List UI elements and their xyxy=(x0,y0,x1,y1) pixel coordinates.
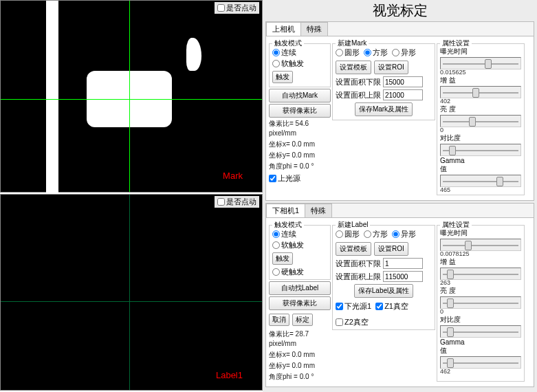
camera-view-bottom[interactable]: 是否点动 Label1 xyxy=(0,194,263,391)
gamma-slider[interactable] xyxy=(440,356,521,369)
pixel-ratio: 像素比= 54.6 pixel/mm xyxy=(269,119,331,138)
tab-bot-special[interactable]: 特殊 xyxy=(305,204,332,217)
area-min-label: 设置面积下限 xyxy=(336,259,381,269)
artifact-bar xyxy=(46,1,58,193)
trigger-button[interactable]: 触发 xyxy=(272,71,293,83)
cam-label-bot: Label1 xyxy=(216,370,243,380)
cam-label-top: Mark xyxy=(223,171,243,181)
bot-light1-check[interactable]: 下光源1 xyxy=(336,301,371,312)
jog-toggle-bot[interactable]: 是否点动 xyxy=(215,196,259,208)
radio-soft-trigger[interactable]: 软触发 xyxy=(272,58,327,69)
angle-phi: 角度phi = 0.0 ° xyxy=(269,162,331,171)
group-trigger-mode: 触发模式 xyxy=(272,39,304,48)
angle-phi: 角度phi = 0.0 ° xyxy=(269,372,331,382)
crosshair-v xyxy=(129,195,130,390)
top-light-check[interactable]: 上光源 xyxy=(269,173,331,184)
z2-vacuum-check[interactable]: Z2真空 xyxy=(336,317,369,327)
gamma-label: Gamma 值 xyxy=(440,338,468,356)
crosshair-h xyxy=(1,301,262,302)
gain-value: 402 xyxy=(440,98,521,105)
bright-slider[interactable] xyxy=(440,115,521,127)
exposure-value: 0.0078125 xyxy=(440,250,521,257)
camera-view-top[interactable]: 是否点动 Mark xyxy=(0,0,263,193)
radio-soft-trigger[interactable]: 软触发 xyxy=(272,240,327,250)
get-pixel-ratio-button[interactable]: 获得像素比 xyxy=(269,104,331,118)
jog-toggle-top[interactable]: 是否点动 xyxy=(215,2,259,14)
group-attrs: 属性设置 xyxy=(440,39,472,48)
radio-continuous[interactable]: 连续 xyxy=(272,47,327,58)
calib-button[interactable]: 标定 xyxy=(292,314,313,326)
exposure-slider[interactable] xyxy=(440,239,521,251)
exposure-slider[interactable] xyxy=(440,57,521,69)
area-max-input[interactable] xyxy=(383,89,423,100)
radio-hard-trigger[interactable]: 硬触发 xyxy=(272,267,327,277)
auto-find-mark-button[interactable]: 自动找Mark xyxy=(269,89,331,102)
group-trigger-mode: 触发模式 xyxy=(272,220,304,230)
blob xyxy=(186,38,201,71)
gain-label: 增 益 xyxy=(440,76,468,85)
radio-odd[interactable]: 异形 xyxy=(392,47,416,58)
set-template-button[interactable]: 设置模板 xyxy=(336,242,371,256)
exposure-label: 曝光时间 xyxy=(440,47,468,56)
jog-label: 是否点动 xyxy=(226,197,256,207)
page-title: 视觉标定 xyxy=(265,1,534,21)
crosshair-v xyxy=(129,1,130,192)
save-mark-button[interactable]: 保存Mark及属性 xyxy=(355,102,413,116)
group-new-mark: 新建Mark xyxy=(336,39,369,48)
area-min-label: 设置面积下限 xyxy=(336,77,381,87)
area-max-input[interactable] xyxy=(383,271,423,282)
exposure-label: 曝光时间 xyxy=(440,228,468,238)
gamma-value: 465 xyxy=(440,186,521,193)
coord-y: 坐标y= 0.0 mm xyxy=(269,151,331,160)
coord-y: 坐标y= 0.0 mm xyxy=(269,361,331,371)
auto-find-label-button[interactable]: 自动找Label xyxy=(269,281,331,295)
set-roi-button[interactable]: 设置ROI xyxy=(374,61,408,74)
crosshair-h xyxy=(1,99,262,100)
contrast-label: 对比度 xyxy=(440,315,468,325)
tabset-bottom: 下相机1 特殊 触发模式 连续 软触发 触发 硬触发 自动找Label 获得像素… xyxy=(265,203,534,387)
contrast-label: 对比度 xyxy=(440,133,468,143)
jog-checkbox[interactable] xyxy=(217,198,225,206)
gamma-label: Gamma 值 xyxy=(440,157,468,174)
radio-continuous[interactable]: 连续 xyxy=(272,229,327,239)
exposure-value: 0.015625 xyxy=(440,69,521,76)
gamma-value: 462 xyxy=(440,368,521,375)
gain-value: 263 xyxy=(440,279,521,286)
bright-value: 0 xyxy=(440,308,521,315)
area-max-label: 设置面积上限 xyxy=(336,90,381,100)
gain-slider[interactable] xyxy=(440,86,521,98)
set-template-button[interactable]: 设置模板 xyxy=(336,61,371,74)
tabset-top: 上相机 特殊 触发模式 连续 软触发 触发 自动找Mark 获得像素比 像素比=… xyxy=(265,21,534,201)
radio-odd[interactable]: 异形 xyxy=(392,229,416,239)
save-label-button[interactable]: 保存Label及属性 xyxy=(354,284,413,298)
jog-checkbox[interactable] xyxy=(217,4,225,12)
contrast-slider[interactable] xyxy=(440,325,521,338)
bright-slider[interactable] xyxy=(440,296,521,309)
contrast-slider[interactable] xyxy=(440,144,521,156)
radio-square[interactable]: 方形 xyxy=(364,47,388,58)
gain-slider[interactable] xyxy=(440,268,521,280)
set-roi-button[interactable]: 设置ROI xyxy=(374,242,408,256)
gamma-slider[interactable] xyxy=(440,175,521,187)
jog-label: 是否点动 xyxy=(226,3,256,13)
coord-x: 坐标x= 0.0 mm xyxy=(269,350,331,360)
radio-circle[interactable]: 圆形 xyxy=(336,47,360,58)
area-min-input[interactable] xyxy=(383,258,423,269)
area-min-input[interactable] xyxy=(383,76,423,87)
bright-label: 亮 度 xyxy=(440,286,468,296)
bright-value: 0 xyxy=(440,127,521,133)
tab-bot-camera[interactable]: 下相机1 xyxy=(266,204,305,217)
gain-label: 增 益 xyxy=(440,257,468,267)
group-attrs: 属性设置 xyxy=(440,220,472,230)
pixel-ratio: 像素比= 28.7 pixel/mm xyxy=(269,329,331,349)
tab-top-special[interactable]: 特殊 xyxy=(300,22,328,36)
z1-vacuum-check[interactable]: Z1真空 xyxy=(375,301,408,312)
radio-square[interactable]: 方形 xyxy=(364,229,388,239)
area-max-label: 设置面积上限 xyxy=(336,272,381,282)
bright-label: 亮 度 xyxy=(440,105,468,114)
trigger-button[interactable]: 触发 xyxy=(272,252,293,265)
tab-top-camera[interactable]: 上相机 xyxy=(266,22,301,36)
get-pixel-ratio-button[interactable]: 获得像素比 xyxy=(269,296,331,310)
radio-circle[interactable]: 圆形 xyxy=(336,229,360,239)
cancel-button[interactable]: 取消 xyxy=(269,314,289,326)
